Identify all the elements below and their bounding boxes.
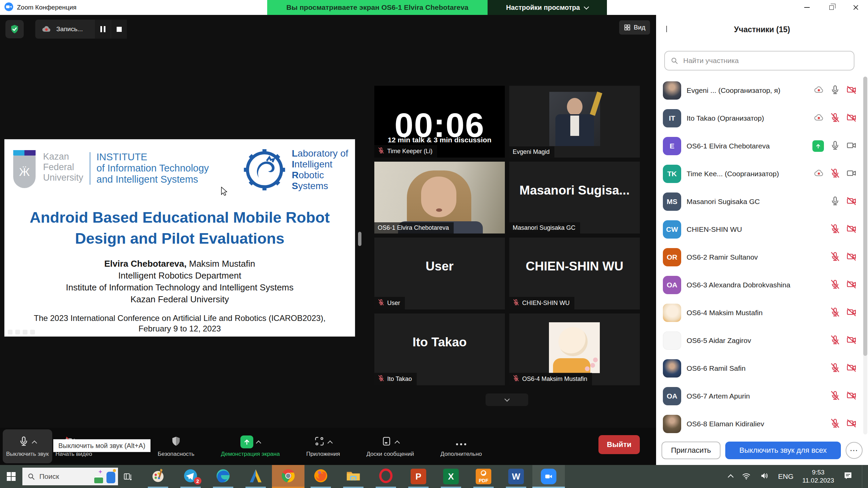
taskbar-app-explorer[interactable] — [337, 465, 370, 488]
toolbar-share-button[interactable]: Демонстрация экрана — [217, 429, 283, 463]
running-indicator — [213, 487, 233, 488]
recording-indicator: Запись... — [35, 20, 127, 39]
taskbar-search[interactable]: Поиск — [22, 468, 118, 485]
toolbar-mute-button[interactable]: Выключить звук — [3, 429, 52, 463]
tray-expand-icon[interactable] — [728, 474, 733, 480]
participant-row[interactable]: EOS6-1 Elvira Chebotareva — [656, 132, 863, 160]
participant-row[interactable]: Evgeni ... (Соорганизатор, я) — [656, 77, 863, 104]
taskbar-app-opera[interactable] — [370, 465, 402, 488]
meeting-toolbar: Выключить звук Начать видео Безопасность… — [0, 428, 656, 465]
apps-icon — [314, 436, 325, 448]
running-indicator — [245, 487, 266, 488]
taskbar-search-placeholder: Поиск — [39, 472, 59, 481]
security-shield-button[interactable] — [5, 20, 24, 38]
excel-icon: X — [443, 469, 459, 484]
toolbar-security-button[interactable]: Безопасность — [154, 429, 198, 463]
restore-button[interactable] — [819, 0, 844, 15]
mute-all-button[interactable]: Выключить звук для всех — [725, 442, 841, 459]
stop-recording-button[interactable] — [111, 20, 127, 39]
tiles-scroll-down-button[interactable] — [486, 393, 528, 406]
chevron-up-icon[interactable] — [395, 440, 400, 446]
participant-row[interactable]: OAOS6-3 Alexandra Dobrokvashina — [656, 271, 863, 299]
tile-name-label: Evgeni Magid — [509, 146, 554, 158]
scrollbar-thumb[interactable] — [863, 77, 867, 356]
camera-off-icon — [846, 418, 856, 430]
cloud-recording-icon — [814, 113, 824, 124]
video-tile-time-keeper-li-[interactable]: 00:06 12 min talk & 3 min discussion Tim… — [374, 86, 505, 158]
video-tile-user[interactable]: User User — [374, 238, 505, 309]
taskbar-app-paint[interactable] — [142, 465, 174, 488]
participant-avatar: CW — [663, 220, 681, 239]
taskbar-app-firefox[interactable] — [304, 465, 337, 488]
view-settings-button[interactable]: Настройки просмотра — [488, 0, 607, 15]
panel-resize-handle[interactable] — [358, 232, 361, 246]
pause-recording-button[interactable] — [95, 20, 111, 39]
participant-row[interactable]: OS6-8 Elaman Kidiraliev — [656, 410, 863, 436]
wifi-icon[interactable] — [742, 471, 751, 482]
participant-row[interactable]: OS6-6 Ramil Safin — [656, 354, 863, 382]
zoom-app-icon — [4, 2, 14, 13]
video-tile-chien-shin-wu[interactable]: CHIEN-SHIN WU CHIEN-SHIN WU — [509, 238, 640, 309]
start-button[interactable] — [0, 465, 22, 488]
close-button[interactable] — [844, 0, 868, 15]
participant-row[interactable]: OAOS6-7 Artem Apurin — [656, 382, 863, 410]
taskbar-app-word[interactable]: W — [500, 465, 532, 488]
participants-more-button[interactable]: ⋯ — [846, 442, 863, 459]
participant-row[interactable]: OS6-4 Maksim Mustafin — [656, 299, 863, 327]
participant-search-input[interactable] — [683, 56, 848, 65]
taskbar-app-foxit[interactable]: PDF — [467, 465, 500, 488]
video-tile-evgeni-magid[interactable]: Evgeni Magid — [509, 86, 640, 158]
video-tile-os6-4-maksim-mustafin[interactable]: OS6-4 Maksim Mustafin — [509, 313, 640, 385]
participant-row[interactable]: TKTime Kee... (Соорганизатор) — [656, 160, 863, 188]
chevron-up-icon[interactable] — [32, 440, 37, 446]
running-indicator — [311, 487, 331, 488]
taskbar-app-zoom[interactable] — [532, 465, 565, 488]
participant-avatar — [663, 359, 681, 378]
camera-off-icon — [846, 251, 856, 263]
participant-status-icons — [830, 335, 856, 346]
participant-status-icons — [830, 418, 856, 430]
taskbar-app-chrome[interactable] — [272, 465, 304, 488]
camera-off-icon — [846, 335, 856, 346]
stop-icon — [117, 27, 122, 32]
participant-row[interactable]: OROS6-2 Ramir Sultanov — [656, 243, 863, 271]
view-button[interactable]: Вид — [619, 20, 650, 35]
participant-row[interactable]: MSMasanori Sugisaka GC — [656, 188, 863, 216]
video-tile-os6-1-elvira-chebotareva[interactable]: OS6-1 Elvira Chebotareva — [374, 162, 505, 233]
volume-icon[interactable] — [760, 471, 769, 482]
video-tile-grid: 00:06 12 min talk & 3 min discussion Tim… — [374, 86, 640, 385]
taskbar-app-edge[interactable] — [207, 465, 239, 488]
timer-value: 00:06 — [374, 111, 505, 139]
taskbar-app-abbyy[interactable] — [239, 465, 272, 488]
participants-scrollbar[interactable] — [863, 77, 867, 434]
notification-center-icon[interactable] — [843, 471, 853, 482]
collapse-panel-button[interactable] — [666, 26, 667, 32]
language-indicator[interactable]: ENG — [778, 472, 794, 481]
participant-avatar: OA — [663, 387, 681, 405]
chevron-up-icon[interactable] — [256, 440, 261, 446]
show-desktop-button[interactable] — [862, 465, 865, 488]
participant-row[interactable]: OS6-5 Aidar Zagirov — [656, 327, 863, 354]
participant-row[interactable]: ITIto Takao (Организатор) — [656, 104, 863, 132]
clock[interactable]: 9:53 11.02.2023 — [802, 468, 834, 485]
toolbar-whiteboards-button[interactable]: Доски сообщений — [363, 429, 417, 463]
taskbar-app-excel[interactable]: X — [435, 465, 467, 488]
participant-search[interactable] — [664, 51, 854, 70]
task-view-button[interactable] — [118, 465, 138, 488]
leave-meeting-button[interactable]: Выйти — [598, 435, 640, 454]
minimize-button[interactable] — [795, 0, 819, 15]
participant-name: CHIEN-SHIN WU — [687, 225, 825, 233]
toolbar-more-button[interactable]: Дополнительно — [437, 429, 485, 463]
mic-icon — [830, 196, 840, 207]
video-tile-masanori-sugisaka-gc[interactable]: Masanori Sugisa...Masanori Sugisaka GC — [509, 162, 640, 233]
participant-row[interactable]: CWCHIEN-SHIN WU — [656, 216, 863, 243]
taskbar-app-telegram[interactable]: 2 — [174, 465, 207, 488]
invite-button[interactable]: Пригласить — [662, 442, 721, 459]
taskbar-app-powerpoint[interactable]: P — [402, 465, 435, 488]
chevron-up-icon[interactable] — [328, 440, 333, 446]
search-icon — [670, 57, 678, 65]
participant-avatar: MS — [663, 192, 681, 211]
toolbar-apps-button[interactable]: Приложения — [303, 429, 343, 463]
tile-name-label: OS6-4 Maksim Mustafin — [509, 373, 592, 385]
video-tile-ito-takao[interactable]: Ito Takao Ito Takao — [374, 313, 505, 385]
